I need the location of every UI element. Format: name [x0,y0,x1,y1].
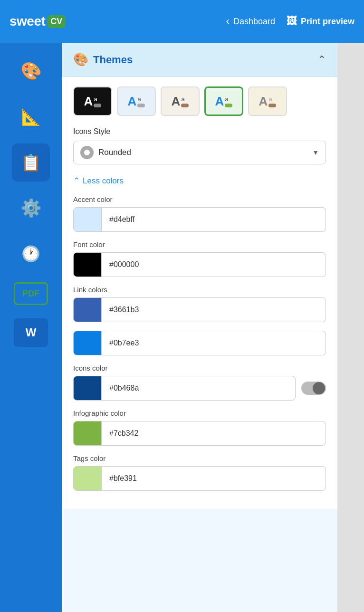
link2-color-swatch[interactable] [73,331,102,355]
icons-style-label: Icons Style [73,127,326,136]
icons-color-swatch[interactable] [73,376,102,401]
swatch-a-4: A [215,94,224,109]
link2-color-row: #0b7ee3 [73,331,326,355]
settings-icon: ⚙️ [20,198,42,218]
swatch-a-1: A [84,94,93,109]
swatch-small-5: a [268,96,276,107]
sidebar-item-pdf[interactable]: PDF [12,280,50,307]
pdf-badge: PDF [14,282,48,305]
less-colors-button[interactable]: ⌃ Less colors [73,176,326,186]
svg-point-0 [84,150,90,155]
theme-swatch-2[interactable]: A a [117,86,156,116]
font-color-label: Font color [73,240,326,249]
sidebar-item-history[interactable]: 🕐 [12,235,50,273]
infographic-color-row: #7cb342 [73,421,326,446]
panel: 🎨 Themes ⌃ A a [62,43,337,612]
sidebar-item-layout[interactable]: 📐 [12,98,50,136]
header-right: ‹ Dashboard 🖼 Print preview [226,15,354,28]
icons-color-toggle[interactable] [301,382,326,395]
link1-color-row: #3661b3 [73,297,326,322]
panel-content: A a A a [62,77,337,509]
sidebar-item-word[interactable]: W [12,316,50,349]
swatch-inner-4: A a [215,94,233,109]
themes-collapse-button[interactable]: ⌃ [317,54,326,66]
theme-swatch-3[interactable]: A a [161,86,200,116]
tags-color-swatch[interactable] [73,466,102,491]
main-layout: 🎨 📐 📋 ⚙️ 🕐 PDF W 🎨 [0,43,364,612]
icons-color-label: Icons color [73,364,326,372]
word-badge: W [14,318,48,347]
tags-color-label: Tags color [73,454,326,462]
rounded-icon-preview [80,146,94,159]
back-icon: ‹ [226,15,230,28]
sidebar-item-design[interactable]: 🎨 [12,52,50,90]
sidebar-item-template[interactable]: 📋 [12,143,50,182]
template-icon: 📋 [21,153,41,172]
accent-color-swatch[interactable] [73,207,102,232]
swatch-small-2: a [137,96,145,107]
swatch-inner-5: A a [259,94,277,109]
link1-color-value[interactable]: #3661b3 [102,297,326,322]
font-color-row: #000000 [73,252,326,277]
icons-color-value[interactable]: #0b468a [102,376,296,401]
tags-color-value[interactable]: #bfe391 [102,466,326,491]
logo-badge: CV [47,15,66,28]
sidebar-item-settings[interactable]: ⚙️ [12,189,50,227]
swatch-small-4: a [225,96,232,107]
chevron-up-icon: ⌃ [73,176,80,186]
accent-color-value[interactable]: #d4ebff [102,207,326,232]
dashboard-label: Dashboard [233,17,275,27]
theme-swatch-4[interactable]: A a [204,86,243,116]
layout-icon: 📐 [21,107,41,126]
swatch-small-1: a [94,96,101,107]
icons-style-left: Rounded [80,146,131,159]
themes-title-group: 🎨 Themes [73,52,133,67]
logo: sweet CV [10,14,66,29]
print-icon: 🖼 [287,15,297,28]
theme-swatch-5[interactable]: A a [248,86,287,116]
logo-text: sweet [10,14,45,29]
icons-style-dropdown[interactable]: Rounded ▼ [73,141,326,164]
infographic-color-swatch[interactable] [73,421,102,446]
sidebar: 🎨 📐 📋 ⚙️ 🕐 PDF W [0,43,62,612]
themes-title: Themes [93,54,133,66]
header: sweet CV ‹ Dashboard 🖼 Print preview [0,0,364,43]
accent-color-row: #d4ebff [73,207,326,232]
less-colors-label: Less colors [83,176,124,186]
rounded-shape-icon [83,149,91,156]
themes-icon: 🎨 [73,52,88,67]
infographic-color-label: Infographic color [73,409,326,417]
print-preview-label: Print preview [301,17,354,27]
print-preview-button[interactable]: 🖼 Print preview [287,15,354,28]
link1-color-swatch[interactable] [73,297,102,322]
infographic-color-value[interactable]: #7cb342 [102,421,326,446]
swatch-inner-1: A a [84,94,102,109]
link-colors-label: Link colors [73,286,326,294]
accent-color-label: Accent color [73,195,326,203]
theme-swatch-1[interactable]: A a [73,86,112,116]
themes-header: 🎨 Themes ⌃ [62,43,337,77]
word-label: W [26,326,37,339]
theme-swatches: A a A a [73,86,326,116]
font-color-value[interactable]: #000000 [102,252,326,277]
icons-color-row: #0b468a [73,376,326,401]
history-icon: 🕐 [21,245,40,263]
pdf-label: PDF [22,289,39,299]
font-color-swatch[interactable] [73,252,102,277]
dropdown-arrow-icon: ▼ [312,149,319,156]
icons-color-inner: #0b468a [73,376,296,401]
swatch-a-2: A [128,94,137,109]
link2-color-value[interactable]: #0b7ee3 [102,331,326,355]
swatch-a-3: A [172,94,181,109]
swatch-a-5: A [259,94,268,109]
icons-style-value: Rounded [98,148,131,157]
swatch-inner-3: A a [172,94,189,109]
design-icon: 🎨 [20,61,42,81]
toggle-knob [313,382,325,394]
dashboard-link[interactable]: ‹ Dashboard [226,15,275,28]
swatch-small-3: a [181,96,189,107]
tags-color-row: #bfe391 [73,466,326,491]
swatch-inner-2: A a [128,94,145,109]
right-panel [337,43,364,612]
